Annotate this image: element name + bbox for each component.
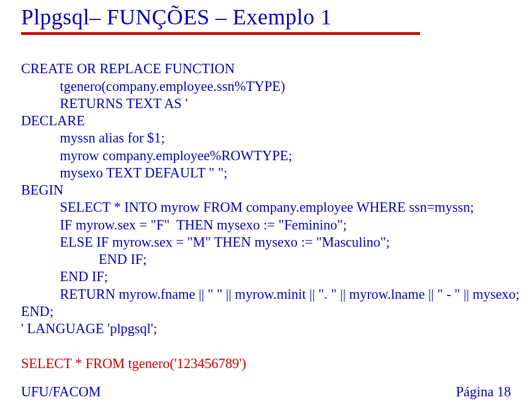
code-line: ' LANGUAGE 'plpgsql';: [21, 320, 157, 337]
code-line: DECLARE: [21, 112, 85, 129]
code-line: END;: [21, 303, 53, 320]
footer-right: Página 18: [456, 384, 511, 400]
code-line-highlight: SELECT * FROM tgenero('123456789'): [21, 355, 246, 372]
footer-left: UFU/FACOM: [21, 384, 101, 400]
footer: UFU/FACOM Página 18: [21, 384, 511, 400]
code-line: myrow company.employee%ROWTYPE;: [21, 147, 292, 164]
code-line: CREATE OR REPLACE FUNCTION: [21, 60, 234, 77]
code-line: RETURNS TEXT AS ': [21, 95, 188, 112]
code-line: RETURN myrow.fname || " " || myrow.minit…: [21, 285, 520, 303]
code-line: myssn alias for $1;: [21, 129, 165, 146]
code-line: ELSE IF myrow.sex = "M" THEN mysexo := "…: [21, 233, 390, 251]
code-line: IF myrow.sex = "F" THEN mysexo := "Femin…: [21, 216, 347, 233]
code-line: END IF;: [21, 251, 147, 268]
code-line: SELECT * INTO myrow FROM company.employe…: [21, 198, 474, 216]
code-line: BEGIN: [21, 181, 63, 198]
code-block: CREATE OR REPLACE FUNCTION tgenero(compa…: [21, 43, 511, 372]
code-line: tgenero(company.employee.ssn%TYPE): [21, 78, 285, 95]
slide: Plpgsql– FUNÇÕES – Exemplo 1 CREATE OR R…: [0, 0, 532, 403]
code-line: mysexo TEXT DEFAULT " ";: [21, 164, 227, 181]
slide-title: Plpgsql– FUNÇÕES – Exemplo 1: [21, 0, 511, 29]
code-line: END IF;: [21, 268, 108, 285]
title-rule: [21, 32, 420, 35]
